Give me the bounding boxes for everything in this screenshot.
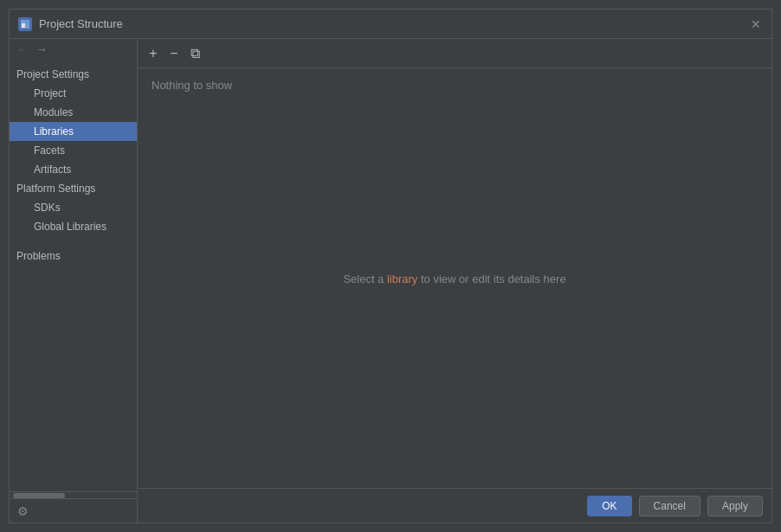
back-button[interactable]: ← [15, 41, 30, 58]
sidebar-footer: ⚙ [10, 498, 137, 522]
bottom-bar: OK Cancel Apply [138, 488, 771, 522]
scrollbar-thumb[interactable] [13, 493, 65, 498]
sidebar-item-libraries[interactable]: Libraries [10, 122, 137, 141]
ok-button[interactable]: OK [587, 496, 631, 516]
main-content: ← → Project Settings Project Modules Lib… [10, 39, 771, 522]
close-button[interactable]: ✕ [749, 17, 763, 31]
sidebar-scrollbar[interactable] [10, 491, 137, 498]
add-button[interactable]: + [145, 45, 162, 62]
panel-main: Nothing to show Select a library to view… [138, 68, 771, 488]
sidebar-item-sdks[interactable]: SDKs [10, 198, 137, 217]
sidebar-item-facets[interactable]: Facets [10, 141, 137, 160]
cancel-button[interactable]: Cancel [639, 496, 700, 516]
sidebar-item-modules[interactable]: Modules [10, 103, 137, 122]
project-settings-header: Project Settings [10, 65, 137, 84]
svg-rect-2 [25, 21, 29, 24]
hint-suffix: to view or edit its details here [417, 272, 565, 285]
nav-arrows: ← → [10, 39, 137, 60]
sidebar-nav: Project Settings Project Modules Librari… [10, 60, 137, 491]
settings-icon-button[interactable]: ⚙ [15, 503, 30, 519]
project-structure-window: Project Structure ✕ ← → Project Settings… [9, 9, 772, 523]
sidebar: ← → Project Settings Project Modules Lib… [10, 39, 138, 522]
platform-settings-header: Platform Settings [10, 179, 137, 198]
remove-button[interactable]: − [165, 45, 183, 62]
nothing-to-show-label: Nothing to show [138, 68, 771, 102]
hint-prefix: Select a [343, 272, 387, 285]
svg-rect-1 [22, 23, 25, 28]
panel-toolbar: + − ⧉ [138, 39, 771, 68]
window-title: Project Structure [39, 17, 749, 30]
sidebar-item-artifacts[interactable]: Artifacts [10, 160, 137, 179]
app-icon [18, 17, 32, 31]
hint-highlight: library [387, 272, 417, 285]
right-panel: + − ⧉ Nothing to show Select a library t… [138, 39, 771, 522]
title-bar: Project Structure ✕ [10, 10, 771, 39]
copy-button[interactable]: ⧉ [186, 45, 203, 62]
problems-header[interactable]: Problems [10, 247, 137, 266]
center-hint: Select a library to view or edit its det… [343, 272, 565, 285]
sidebar-item-project[interactable]: Project [10, 84, 137, 103]
sidebar-item-global-libs[interactable]: Global Libraries [10, 217, 137, 236]
apply-button[interactable]: Apply [707, 496, 763, 516]
forward-button[interactable]: → [34, 41, 49, 58]
